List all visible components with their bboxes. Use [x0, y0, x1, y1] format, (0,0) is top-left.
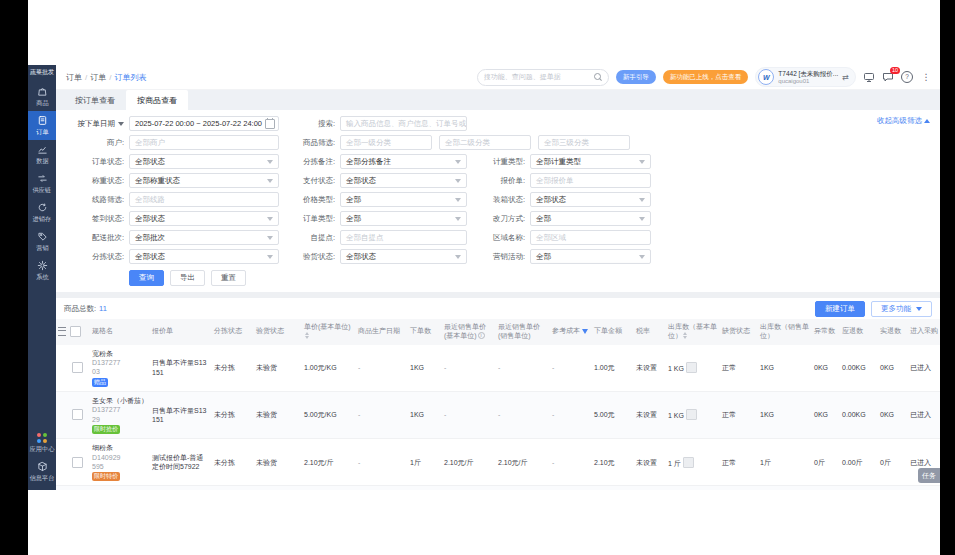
cell-shortage: 正常 [720, 391, 758, 438]
more-icon[interactable]: ⋮ [920, 71, 932, 83]
inspect-status-select[interactable]: 全部状态 [340, 249, 467, 264]
order-type-select[interactable]: 全部 [340, 211, 467, 226]
bag-icon [37, 86, 48, 97]
sidebar-item-营销[interactable]: 营销 [28, 227, 56, 256]
info-icon[interactable]: i [478, 332, 485, 339]
sidebar-nav: 商品订单数据供应链进销存营销系统 [28, 82, 56, 285]
cell-sel [56, 345, 90, 392]
sidebar-item-应用中心[interactable]: 应用中心 [28, 429, 56, 457]
help-icon[interactable]: ? [901, 71, 913, 83]
date-range-input[interactable]: 2025-07-22 00:00 ~ 2025-07-22 24:00 [129, 116, 279, 131]
sidebar-item-数据[interactable]: 数据 [28, 140, 56, 169]
order-status-select[interactable]: 全部状态 [129, 154, 279, 169]
edit-quantity-icon[interactable] [686, 409, 697, 420]
view-tabs: 按订单查看 按商品查看 [56, 90, 940, 110]
cell-order_amount: 2.10元 [592, 439, 634, 486]
row-checkbox[interactable] [72, 409, 83, 420]
promo-button[interactable]: 新功能已上线，点击查看 [663, 70, 749, 84]
order-type-label: 订单类型: [279, 214, 340, 224]
col-header-out_base[interactable]: 出库数（基本单位） [666, 319, 720, 345]
breadcrumb-separator: / [109, 73, 111, 82]
sorting-status-select[interactable]: 全部状态 [129, 249, 279, 264]
goods-category-input[interactable]: 全部一级分类 [340, 135, 432, 150]
region-input[interactable]: 全部区域 [530, 230, 651, 245]
box-status-select[interactable]: 全部状态 [530, 192, 651, 207]
col-header-ref_cost[interactable]: 参考成本 [550, 319, 592, 345]
col-header-recent_sale: 最近销售单价(销售单位) [496, 319, 550, 345]
col-header-sel [56, 319, 90, 345]
switch-account-icon[interactable]: ⇄ [842, 73, 849, 82]
sidebar-item-供应链[interactable]: 供应链 [28, 169, 56, 198]
weigh-type-select[interactable]: 全部计重类型 [530, 154, 651, 169]
collapse-advanced-filter-link[interactable]: 收起高级筛选 [877, 116, 932, 126]
delivery-batch-select[interactable]: 全部批次 [129, 230, 279, 245]
row-checkbox[interactable] [72, 362, 83, 373]
merchant-filter-input[interactable]: 全部商户 [129, 135, 279, 150]
message-icon[interactable]: 10 [882, 71, 894, 83]
filter-funnel-icon[interactable] [582, 329, 588, 334]
cell-shortage: 正常 [720, 486, 758, 490]
sidebar-item-订单[interactable]: 订单 [28, 111, 56, 140]
sidebar-item-label: 信息平台 [30, 474, 55, 481]
column-settings-icon[interactable] [58, 327, 66, 336]
export-button[interactable]: 导出 [170, 270, 205, 286]
marketing-select[interactable]: 全部 全部限时特价商品限时抢价商品赠品秒杀活动商品 [530, 249, 651, 264]
customer-service-icon[interactable] [863, 71, 875, 83]
quote-filter-input[interactable]: 全部报价单 [530, 173, 651, 188]
date-filter-label[interactable]: 按下单日期 [58, 119, 129, 129]
sort-note-select[interactable]: 全部分拣备注 [340, 154, 467, 169]
more-actions-button[interactable]: 更多功能 [871, 301, 932, 317]
tab-by-product[interactable]: 按商品查看 [126, 90, 188, 110]
route-filter-input[interactable]: 全部线路 [129, 192, 279, 207]
pickup-point-label: 自提点: [279, 233, 340, 243]
guide-button[interactable]: 新手引导 [616, 70, 656, 84]
cell-unit_price: 1.00元/KG [302, 345, 356, 392]
sidebar-item-进销存[interactable]: 进销存 [28, 198, 56, 227]
search-filter-input[interactable]: 输入商品信息、商户信息、订单号或ID商品、商户 [340, 116, 467, 131]
cut-method-select[interactable]: 全部 [530, 211, 651, 226]
pay-status-select[interactable]: 全部状态 [340, 173, 467, 188]
product-name[interactable]: 圣女果（小番茄） [92, 396, 148, 405]
create-order-button[interactable]: 新建订单 [815, 301, 865, 317]
product-name[interactable]: 宽粉条 [92, 349, 148, 358]
pickup-point-input[interactable]: 全部自提点 [340, 230, 467, 245]
reset-button[interactable]: 重置 [211, 270, 246, 286]
breadcrumb-item[interactable]: 订单 [66, 72, 82, 83]
goods-category-input[interactable]: 全部二级分类 [439, 135, 531, 150]
select-all-checkbox[interactable] [70, 326, 81, 337]
price-type-select[interactable]: 全部 [340, 192, 467, 207]
query-button[interactable]: 查询 [129, 270, 164, 286]
cell-actual_return: 0KG [878, 391, 908, 438]
product-code: D140929 [92, 453, 148, 462]
tab-by-order[interactable]: 按订单查看 [64, 90, 126, 110]
cell-sel [56, 439, 90, 486]
sidebar-item-商品[interactable]: 商品 [28, 82, 56, 111]
col-header-quote: 报价单 [150, 319, 212, 345]
sidebar-item-系统[interactable]: 系统 [28, 256, 56, 285]
product-name[interactable]: 细粉条 [92, 443, 148, 452]
sign-status-select[interactable]: 全部状态 [129, 211, 279, 226]
edit-quantity-icon[interactable] [683, 457, 694, 468]
product-code: 595 [92, 462, 148, 471]
edit-quantity-icon[interactable] [686, 362, 697, 373]
sidebar-item-信息平台[interactable]: 信息平台 [28, 457, 56, 486]
col-header-out_sale: 出库数（销售单位） [758, 319, 812, 345]
goods-category-input[interactable]: 全部三级分类 [538, 135, 630, 150]
sort-icon[interactable] [683, 332, 687, 339]
user-menu[interactable]: W T7442 [去来购报价... qucaigou01 ⇄ [755, 67, 856, 87]
cell-ref_cost: - [550, 486, 592, 490]
global-search-placeholder: 搜功能、查问题、提单据 [484, 72, 590, 82]
sort-icon[interactable] [305, 332, 309, 339]
cell-spec: 宽粉条D13727703赠品 [90, 345, 150, 392]
row-checkbox[interactable] [72, 457, 83, 468]
sidebar-item-label: 供应链 [33, 186, 52, 193]
inspect-status-label: 验货状态: [279, 252, 340, 262]
breadcrumb-item[interactable]: 订单 [90, 72, 106, 83]
weigh-status-select[interactable]: 全部称重状态 [129, 173, 279, 188]
global-search-input[interactable]: 搜功能、查问题、提单据 [477, 69, 609, 86]
col-header-unit_price[interactable]: 单价(基本单位) [302, 319, 356, 345]
breadcrumb-item[interactable]: 订单列表 [114, 72, 146, 83]
tag-icon [37, 231, 48, 242]
cell-recent_sale: - [496, 486, 550, 490]
floating-task-tag[interactable]: 任务 [918, 468, 940, 483]
